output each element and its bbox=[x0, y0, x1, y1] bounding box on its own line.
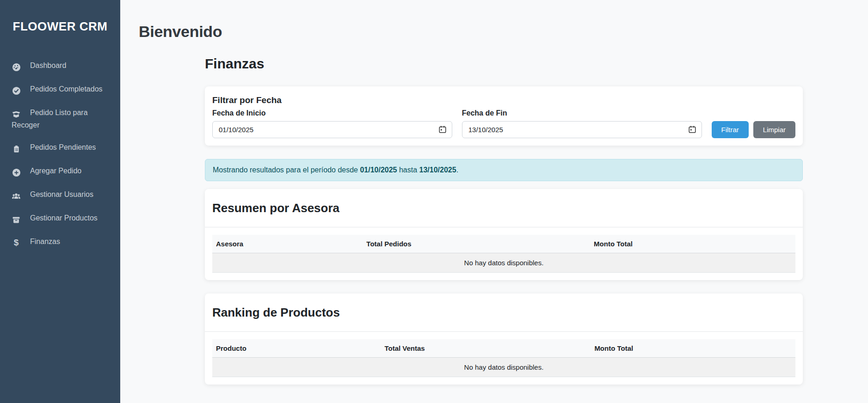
check-circle-icon bbox=[12, 85, 21, 96]
column-header: Total Ventas bbox=[381, 339, 591, 358]
start-date-input[interactable] bbox=[212, 121, 452, 138]
ranking-card: Ranking de Productos Producto Total Vent… bbox=[205, 293, 803, 385]
column-header: Producto bbox=[212, 339, 381, 358]
end-date-label: Fecha de Fin bbox=[462, 109, 702, 117]
users-icon bbox=[12, 190, 21, 202]
ranking-card-header: Ranking de Productos bbox=[205, 293, 803, 332]
sidebar-item-label: Dashboard bbox=[30, 61, 66, 69]
table-header-row: Asesora Total Pedidos Monto Total bbox=[212, 235, 795, 253]
summary-table: Asesora Total Pedidos Monto Total No hay… bbox=[212, 235, 795, 273]
calendar-icon[interactable] bbox=[688, 125, 696, 134]
alert-connector: hasta bbox=[399, 166, 417, 174]
sidebar-item-label: Pedidos Completados bbox=[30, 85, 103, 93]
sidebar-item-label: Pedido Listo para Recoger bbox=[12, 109, 88, 129]
column-header: Monto Total bbox=[591, 339, 795, 358]
clipboard-list-icon bbox=[12, 143, 21, 154]
alert-start-date: 01/10/2025 bbox=[360, 166, 397, 174]
empty-row: No hay datos disponibles. bbox=[212, 253, 795, 273]
box-archive-icon bbox=[12, 214, 21, 225]
main-content: Bienvenido Finanzas Filtrar por Fecha Fe… bbox=[120, 0, 868, 403]
ranking-card-body: Producto Total Ventas Monto Total No hay… bbox=[205, 332, 803, 385]
summary-card-title: Resumen por Asesora bbox=[212, 200, 795, 216]
sidebar-item-agregar-pedido[interactable]: Agregar Pedido bbox=[0, 160, 120, 183]
column-header: Total Pedidos bbox=[363, 235, 590, 253]
empty-message: No hay datos disponibles. bbox=[212, 253, 795, 273]
sidebar-nav: Dashboard Pedidos Completados Ped bbox=[0, 55, 120, 254]
start-date-field: Fecha de Inicio bbox=[212, 109, 452, 138]
sidebar-item-gestionar-productos[interactable]: Gestionar Productos bbox=[0, 207, 120, 231]
column-header: Asesora bbox=[212, 235, 363, 253]
filter-button[interactable]: Filtrar bbox=[712, 121, 749, 138]
summary-card-header: Resumen por Asesora bbox=[205, 189, 803, 227]
column-header: Monto Total bbox=[590, 235, 795, 253]
page-title: Bienvenido bbox=[139, 21, 868, 42]
empty-message: No hay datos disponibles. bbox=[212, 358, 795, 377]
alert-end-date: 13/10/2025 bbox=[419, 166, 456, 174]
plus-circle-icon bbox=[12, 167, 21, 178]
filter-title: Filtrar por Fecha bbox=[212, 94, 795, 106]
start-date-label: Fecha de Inicio bbox=[212, 109, 452, 117]
ranking-card-title: Ranking de Productos bbox=[212, 305, 795, 320]
sidebar-item-finanzas[interactable]: $Finanzas bbox=[0, 231, 120, 254]
dollar-icon: $ bbox=[12, 237, 21, 249]
sidebar-item-dashboard[interactable]: Dashboard bbox=[0, 55, 120, 78]
summary-card-body: Asesora Total Pedidos Monto Total No hay… bbox=[205, 227, 803, 280]
sidebar-item-label: Gestionar Usuarios bbox=[30, 190, 93, 198]
ranking-table: Producto Total Ventas Monto Total No hay… bbox=[212, 339, 795, 377]
finanzas-container: Finanzas Filtrar por Fecha Fecha de Inic… bbox=[205, 55, 803, 385]
sidebar: FLOOWER CRM Dashboard bbox=[0, 0, 120, 403]
box-open-icon bbox=[12, 109, 21, 120]
alert-text: Mostrando resultados para el período des… bbox=[213, 166, 358, 174]
section-title: Finanzas bbox=[205, 55, 803, 73]
summary-card: Resumen por Asesora Asesora Total Pedido… bbox=[205, 189, 803, 280]
sidebar-item-gestionar-usuarios[interactable]: Gestionar Usuarios bbox=[0, 183, 120, 207]
sidebar-item-pedidos-pendientes[interactable]: Pedidos Pendientes bbox=[0, 136, 120, 160]
date-filter-card: Filtrar por Fecha Fecha de Inicio bbox=[205, 86, 803, 146]
end-date-input[interactable] bbox=[462, 121, 702, 138]
sidebar-item-label: Pedidos Pendientes bbox=[30, 143, 96, 151]
sidebar-item-label: Finanzas bbox=[30, 238, 60, 245]
table-header-row: Producto Total Ventas Monto Total bbox=[212, 339, 795, 358]
empty-row: No hay datos disponibles. bbox=[212, 358, 795, 377]
sidebar-item-label: Gestionar Productos bbox=[30, 214, 98, 222]
results-period-alert: Mostrando resultados para el período des… bbox=[205, 159, 803, 181]
sidebar-item-label: Agregar Pedido bbox=[30, 167, 81, 175]
brand-title: FLOOWER CRM bbox=[0, 0, 120, 34]
alert-suffix: . bbox=[456, 166, 458, 174]
filter-buttons: Filtrar Limpiar bbox=[712, 121, 796, 138]
sidebar-item-pedidos-completados[interactable]: Pedidos Completados bbox=[0, 78, 120, 102]
clear-button[interactable]: Limpiar bbox=[753, 121, 795, 138]
sidebar-item-pedido-listo[interactable]: Pedido Listo para Recoger bbox=[0, 102, 120, 136]
calendar-icon[interactable] bbox=[438, 125, 447, 134]
tachometer-icon bbox=[12, 61, 21, 73]
end-date-field: Fecha de Fin bbox=[462, 109, 702, 138]
